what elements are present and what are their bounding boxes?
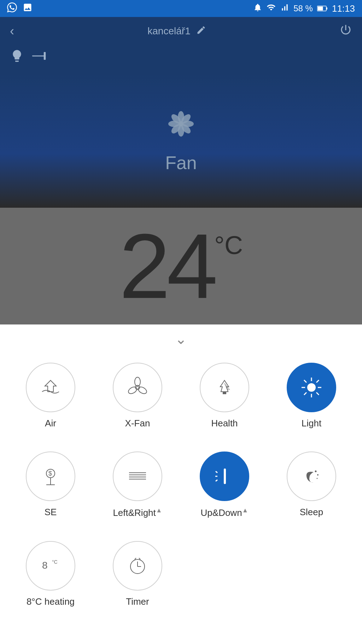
timer-circle xyxy=(113,541,162,591)
svg-text:°C: °C xyxy=(52,559,58,565)
controls-row-2: $ SE Left&Right▲ xyxy=(0,443,362,533)
svg-point-44 xyxy=(317,478,318,479)
sleep-circle xyxy=(287,452,336,501)
edit-icon[interactable] xyxy=(196,25,206,38)
svg-line-40 xyxy=(216,480,217,481)
xfan-button[interactable]: X-Fan xyxy=(94,354,181,436)
svg-line-26 xyxy=(316,392,319,395)
brightness-icon[interactable] xyxy=(31,49,47,66)
air-label: Air xyxy=(45,418,56,429)
fan-icon xyxy=(165,108,197,146)
back-button[interactable]: ‹ xyxy=(10,24,14,39)
battery-icon xyxy=(317,3,328,14)
heating-button[interactable]: 8 °C 8°C heating xyxy=(7,533,94,614)
svg-rect-20 xyxy=(223,392,226,394)
light-button[interactable]: Light xyxy=(268,354,355,436)
svg-point-13 xyxy=(179,121,183,126)
bulb-icon[interactable] xyxy=(10,49,24,66)
svg-line-39 xyxy=(216,471,217,473)
chevron-area[interactable]: ⌄ xyxy=(0,324,362,351)
air-circle xyxy=(26,363,75,412)
svg-line-27 xyxy=(316,380,319,383)
status-bar: 58 % 11:13 xyxy=(0,0,362,17)
health-label: Health xyxy=(211,418,238,429)
fan-label: Fan xyxy=(165,152,197,173)
status-bar-left xyxy=(7,2,33,15)
header-title-area: kancelář1 xyxy=(147,25,206,38)
battery-text: 58 % xyxy=(293,4,313,13)
se-label: SE xyxy=(45,507,57,518)
signal-icon xyxy=(280,3,289,15)
light-circle xyxy=(287,363,336,412)
air-button[interactable]: Air xyxy=(7,354,94,436)
fan-area: Fan xyxy=(0,73,362,208)
temperature-value: 24 xyxy=(119,220,214,312)
svg-point-16 xyxy=(137,386,148,395)
leftright-label: Left&Right▲ xyxy=(113,507,162,518)
chevron-down-icon[interactable]: ⌄ xyxy=(175,331,187,347)
updown-button[interactable]: Up&Down▲ xyxy=(181,443,268,525)
leftright-button[interactable]: Left&Right▲ xyxy=(94,443,181,525)
heating-label: 8°C heating xyxy=(27,596,75,607)
sleep-label: Sleep xyxy=(300,507,323,518)
status-bar-right: 58 % 11:13 xyxy=(253,3,355,15)
temperature-display: 24 °C xyxy=(119,220,243,312)
xfan-circle xyxy=(113,363,162,412)
health-circle xyxy=(200,363,249,412)
svg-text:$: $ xyxy=(48,470,52,477)
svg-point-29 xyxy=(307,383,316,392)
svg-point-43 xyxy=(317,474,319,476)
svg-line-51 xyxy=(139,558,140,559)
svg-point-42 xyxy=(315,471,317,472)
alarm-icon xyxy=(253,3,262,15)
svg-rect-2 xyxy=(326,7,327,10)
wifi-icon xyxy=(267,3,276,15)
svg-rect-1 xyxy=(317,6,323,10)
header: ‹ kancelář1 xyxy=(0,17,362,45)
updown-label: Up&Down▲ xyxy=(201,507,249,518)
temperature-area: 24 °C xyxy=(0,208,362,324)
light-label: Light xyxy=(302,418,321,429)
room-name: kancelář1 xyxy=(147,25,190,37)
svg-line-25 xyxy=(304,380,306,383)
timer-button[interactable]: Timer xyxy=(94,533,181,614)
svg-line-28 xyxy=(304,392,306,395)
controls-row-1: Air X-Fan Health xyxy=(0,351,362,443)
xfan-label: X-Fan xyxy=(125,418,150,429)
temperature-unit: °C xyxy=(214,231,243,260)
se-button[interactable]: $ SE xyxy=(7,443,94,525)
svg-rect-4 xyxy=(44,52,46,60)
svg-line-50 xyxy=(135,558,136,559)
controls-row-3: 8 °C 8°C heating Timer xyxy=(0,533,362,628)
svg-rect-3 xyxy=(32,56,46,57)
power-button[interactable] xyxy=(339,23,352,39)
svg-marker-18 xyxy=(220,380,229,392)
updown-circle xyxy=(200,452,249,501)
heating-circle: 8 °C xyxy=(26,541,75,591)
empty-cell-2 xyxy=(268,533,355,614)
image-icon xyxy=(23,2,33,15)
timer-label: Timer xyxy=(126,596,149,607)
svg-text:8: 8 xyxy=(42,560,48,571)
se-circle: $ xyxy=(26,452,75,501)
light-controls-row xyxy=(0,45,362,73)
svg-point-17 xyxy=(127,386,138,395)
leftright-circle xyxy=(113,452,162,501)
svg-rect-41 xyxy=(224,468,226,484)
empty-cell-1 xyxy=(181,533,268,614)
whatsapp-icon xyxy=(7,2,17,15)
time-display: 11:13 xyxy=(332,3,355,14)
health-button[interactable]: Health xyxy=(181,354,268,436)
sleep-button[interactable]: Sleep xyxy=(268,443,355,525)
